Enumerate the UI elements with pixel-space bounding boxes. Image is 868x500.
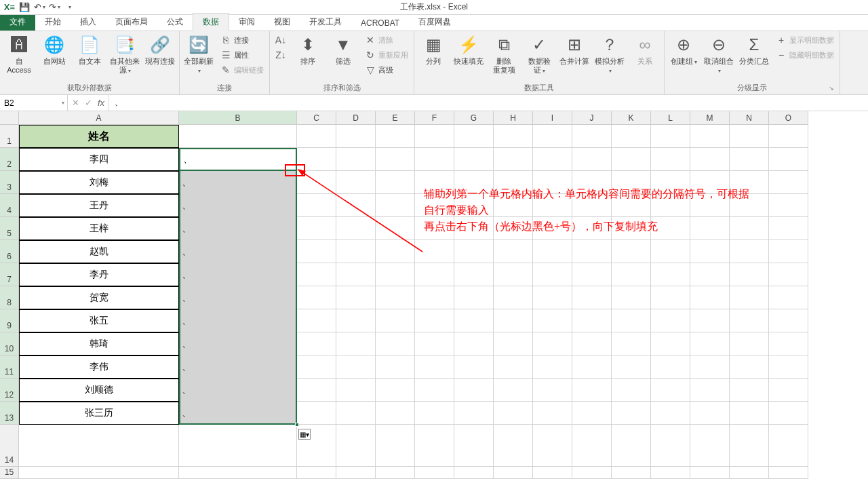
cell-M15[interactable] xyxy=(690,467,730,479)
row-header-15[interactable]: 15 xyxy=(0,467,19,479)
cell-G8[interactable] xyxy=(454,286,494,309)
cell-I7[interactable] xyxy=(533,263,572,286)
cell-G6[interactable] xyxy=(454,240,494,263)
col-header-B[interactable]: B xyxy=(179,111,297,125)
cell-O10[interactable] xyxy=(769,332,808,355)
cell-M13[interactable] xyxy=(690,402,730,425)
row-header-11[interactable]: 11 xyxy=(0,355,19,379)
cell-A5[interactable]: 王梓 xyxy=(19,217,179,240)
flash-fill-button[interactable]: ⚡快速填充 xyxy=(452,33,485,67)
cell-M14[interactable] xyxy=(690,425,730,467)
cell-I11[interactable] xyxy=(533,355,572,379)
cell-H9[interactable] xyxy=(494,309,533,332)
col-header-J[interactable]: J xyxy=(572,111,612,125)
cell-N14[interactable] xyxy=(730,425,769,467)
tab-insert[interactable]: 插入 xyxy=(71,14,106,31)
sort-asc-button[interactable]: A↓ xyxy=(273,33,289,47)
cell-L2[interactable] xyxy=(651,148,690,171)
cell-D7[interactable] xyxy=(336,263,376,286)
filter-button[interactable]: ▼筛选 xyxy=(327,33,359,67)
cell-M12[interactable] xyxy=(690,379,730,402)
row-header-10[interactable]: 10 xyxy=(0,332,19,355)
cell-J8[interactable] xyxy=(572,286,612,309)
cell-A13[interactable]: 张三历 xyxy=(19,402,179,425)
cell-C10[interactable] xyxy=(297,332,336,355)
cell-E4[interactable] xyxy=(376,194,415,217)
cell-B4[interactable]: 、 xyxy=(179,194,297,217)
cell-M9[interactable] xyxy=(690,309,730,332)
col-header-C[interactable]: C xyxy=(297,111,336,125)
name-box-input[interactable] xyxy=(4,98,63,108)
cell-M2[interactable] xyxy=(690,148,730,171)
cell-I8[interactable] xyxy=(533,286,572,309)
cell-F1[interactable] xyxy=(415,125,454,148)
cell-N9[interactable] xyxy=(730,309,769,332)
tab-developer[interactable]: 开发工具 xyxy=(300,14,351,31)
cell-E2[interactable] xyxy=(376,148,415,171)
row-header-13[interactable]: 13 xyxy=(0,402,19,425)
row-header-3[interactable]: 3 xyxy=(0,171,19,194)
col-header-L[interactable]: L xyxy=(651,111,690,125)
autofill-options-button[interactable]: ▦▾ xyxy=(298,429,311,440)
cell-J10[interactable] xyxy=(572,332,612,355)
cell-O15[interactable] xyxy=(769,467,808,479)
cell-A12[interactable]: 刘顺德 xyxy=(19,379,179,402)
cell-F11[interactable] xyxy=(415,355,454,379)
connections-button[interactable]: ⎘连接 xyxy=(218,33,267,47)
cell-D12[interactable] xyxy=(336,379,376,402)
cell-N15[interactable] xyxy=(730,467,769,479)
spreadsheet-grid[interactable]: ABCDEFGHIJKLMNO 123456789101112131415 姓名… xyxy=(0,111,868,500)
cell-M11[interactable] xyxy=(690,355,730,379)
cell-D2[interactable] xyxy=(336,148,376,171)
cell-D14[interactable] xyxy=(336,425,376,467)
cell-H15[interactable] xyxy=(494,467,533,479)
row-header-4[interactable]: 4 xyxy=(0,194,19,217)
cell-C15[interactable] xyxy=(297,467,336,479)
cell-G10[interactable] xyxy=(454,332,494,355)
cell-E11[interactable] xyxy=(376,355,415,379)
cell-C3[interactable] xyxy=(297,171,336,194)
col-header-O[interactable]: O xyxy=(769,111,808,125)
cell-D13[interactable] xyxy=(336,402,376,425)
tab-baidu[interactable]: 百度网盘 xyxy=(409,14,460,31)
cell-M8[interactable] xyxy=(690,286,730,309)
cell-K8[interactable] xyxy=(612,286,651,309)
cell-O6[interactable] xyxy=(769,240,808,263)
cell-D8[interactable] xyxy=(336,286,376,309)
cell-N11[interactable] xyxy=(730,355,769,379)
cell-D6[interactable] xyxy=(336,240,376,263)
cell-F2[interactable] xyxy=(415,148,454,171)
cell-C7[interactable] xyxy=(297,263,336,286)
row-header-7[interactable]: 7 xyxy=(0,263,19,286)
cell-L11[interactable] xyxy=(651,355,690,379)
cell-C12[interactable] xyxy=(297,379,336,402)
cell-G11[interactable] xyxy=(454,355,494,379)
cell-G14[interactable] xyxy=(454,425,494,467)
cell-M1[interactable] xyxy=(690,125,730,148)
cell-A14[interactable] xyxy=(19,425,179,467)
cell-O13[interactable] xyxy=(769,402,808,425)
cell-I13[interactable] xyxy=(533,402,572,425)
ungroup-button[interactable]: ⊖取消组合▾ xyxy=(703,33,735,76)
reapply-button[interactable]: ↻重新应用 xyxy=(362,47,411,62)
cell-C11[interactable] xyxy=(297,355,336,379)
cell-A10[interactable]: 韩琦 xyxy=(19,332,179,355)
cell-A4[interactable]: 王丹 xyxy=(19,194,179,217)
enter-icon[interactable]: ✓ xyxy=(85,98,92,108)
cell-B10[interactable]: 、 xyxy=(179,332,297,355)
select-all-corner[interactable] xyxy=(0,111,19,125)
cell-L13[interactable] xyxy=(651,402,690,425)
clear-filter-button[interactable]: ✕清除 xyxy=(362,33,411,47)
undo-icon[interactable]: ↶▾ xyxy=(33,1,46,14)
col-header-G[interactable]: G xyxy=(454,111,494,125)
row-header-1[interactable]: 1 xyxy=(0,125,19,148)
cell-N7[interactable] xyxy=(730,263,769,286)
fill-handle[interactable] xyxy=(295,423,299,427)
cell-N6[interactable] xyxy=(730,240,769,263)
cell-E13[interactable] xyxy=(376,402,415,425)
row-header-2[interactable]: 2 xyxy=(0,148,19,171)
cell-J7[interactable] xyxy=(572,263,612,286)
from-web-button[interactable]: 🌐自网站 xyxy=(38,33,71,67)
tab-home[interactable]: 开始 xyxy=(35,14,71,31)
cell-A3[interactable]: 刘梅 xyxy=(19,171,179,194)
